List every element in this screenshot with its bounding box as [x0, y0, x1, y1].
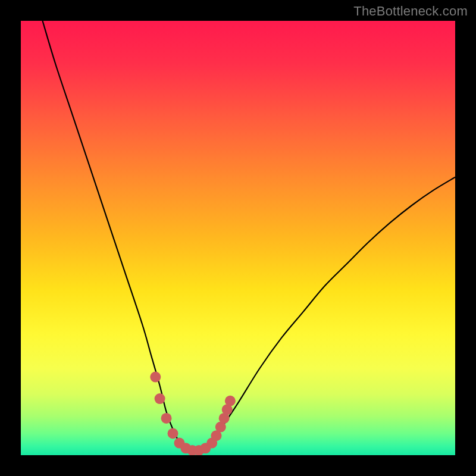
watermark-text: TheBottleneck.com — [353, 4, 468, 19]
gradient-background — [21, 21, 455, 455]
highlight-dot — [161, 413, 172, 424]
plot-area — [21, 21, 455, 455]
highlight-dot — [150, 372, 161, 383]
highlight-dot — [168, 428, 178, 439]
highlight-dot — [155, 393, 165, 404]
chart-svg — [21, 21, 455, 455]
highlight-dot — [225, 396, 236, 406]
outer-frame: TheBottleneck.com — [0, 0, 476, 476]
